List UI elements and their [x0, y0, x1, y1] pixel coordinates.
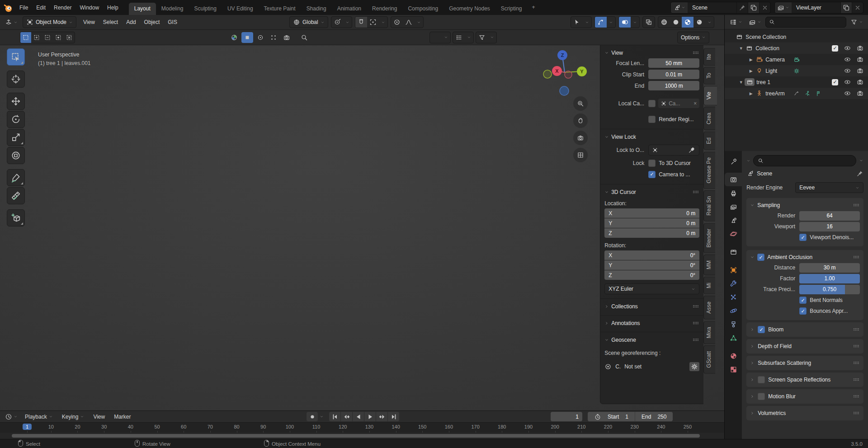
- axis-neg-z-ball[interactable]: [560, 86, 569, 95]
- lock-3d-cursor-checkbox[interactable]: [648, 160, 656, 167]
- render-engine-dropdown[interactable]: Eevee: [795, 182, 863, 193]
- end-frame-field[interactable]: End250: [635, 412, 673, 421]
- hide-eye-icon[interactable]: [844, 45, 851, 52]
- workspace-tab-animation[interactable]: Animation: [332, 3, 367, 15]
- pin-icon[interactable]: [736, 2, 748, 13]
- timeline-scrollbar[interactable]: [0, 433, 724, 439]
- view-field-0[interactable]: 50 mm: [648, 58, 699, 68]
- workspace-tab-compositing[interactable]: Compositing: [402, 3, 443, 15]
- jump-to-start-button[interactable]: [329, 412, 340, 421]
- flag-icon[interactable]: [815, 90, 821, 97]
- sampling-render-field[interactable]: 64: [799, 211, 860, 221]
- object-visibility-dropdown[interactable]: [571, 16, 592, 28]
- select-mode-intersect[interactable]: [64, 32, 75, 43]
- camera-to-view-checkbox[interactable]: [648, 171, 656, 178]
- hide-eye-icon[interactable]: [844, 90, 851, 97]
- tool-list-dropdown[interactable]: [453, 32, 474, 43]
- select-mode-extend[interactable]: [31, 32, 42, 43]
- exclude-checkbox[interactable]: ✓: [832, 45, 838, 52]
- mode-dropdown[interactable]: Object Mode: [23, 16, 76, 28]
- hide-eye-icon[interactable]: [844, 79, 851, 85]
- grip-icon[interactable]: [853, 326, 860, 333]
- close-icon[interactable]: [759, 2, 770, 13]
- sidebar-tab-real-sn[interactable]: Real Sn: [703, 190, 715, 222]
- gis-points-button[interactable]: [268, 32, 279, 43]
- workspace-tab-sculpting[interactable]: Sculpting: [189, 3, 222, 15]
- snap-toggle-magnet-icon[interactable]: [355, 17, 367, 28]
- expander-icon[interactable]: ▶: [747, 91, 755, 96]
- exclude-checkbox[interactable]: ✓: [832, 79, 838, 85]
- grip-icon[interactable]: [692, 336, 699, 344]
- outliner-display-mode-dropdown[interactable]: [727, 17, 745, 28]
- viewport-denoising-checkbox[interactable]: [799, 234, 807, 241]
- grip-icon[interactable]: [853, 254, 860, 261]
- cursor-location-x-field[interactable]: X0 m: [604, 208, 699, 218]
- move-tool[interactable]: [7, 93, 25, 110]
- topbar-menu-file[interactable]: File: [15, 3, 32, 13]
- grip-icon[interactable]: [853, 393, 860, 400]
- disable-render-camera-icon[interactable]: [857, 45, 863, 52]
- workspace-tab-uv-editing[interactable]: UV Editing: [222, 3, 259, 15]
- grip-icon[interactable]: [692, 49, 699, 57]
- gis-camera-button[interactable]: [281, 32, 292, 43]
- lock-to-object-field[interactable]: [648, 145, 699, 156]
- panel-checkbox[interactable]: [758, 393, 765, 400]
- view-field-2[interactable]: 1000 m: [648, 81, 699, 90]
- viewlayer-name-field[interactable]: ViewLayer: [792, 5, 840, 11]
- shading-wireframe-button[interactable]: [658, 17, 670, 28]
- properties-tab-physics[interactable]: [725, 304, 742, 317]
- view-field-1[interactable]: 0.01 m: [648, 70, 699, 79]
- new-scene-button[interactable]: [748, 2, 759, 13]
- transform-orientation-dropdown[interactable]: Global: [289, 16, 328, 28]
- sidebar-tab-asse[interactable]: Asse: [703, 296, 715, 320]
- view-section-header[interactable]: View: [604, 48, 699, 57]
- add-cube-tool[interactable]: [7, 209, 25, 226]
- prev-keyframe-button[interactable]: [341, 412, 352, 421]
- cursor-rotation-y-field[interactable]: Y0°: [604, 260, 699, 270]
- render-region-checkbox[interactable]: [648, 116, 656, 123]
- viewport-menu-add[interactable]: Add: [122, 17, 140, 28]
- viewport-menu-object[interactable]: Object: [140, 17, 164, 28]
- current-frame-badge[interactable]: 1: [23, 424, 32, 430]
- shading-material-button[interactable]: [682, 17, 693, 28]
- sidebar-tab-vie[interactable]: Vie: [703, 86, 717, 105]
- cursor-rotation-x-field[interactable]: X0°: [604, 250, 699, 260]
- properties-tab-collection[interactable]: [725, 245, 742, 259]
- sidebar-tab-mi[interactable]: Mi: [703, 277, 715, 294]
- properties-tab-constraints[interactable]: [725, 317, 742, 331]
- hide-eye-icon[interactable]: [844, 67, 851, 74]
- snap-to-icon[interactable]: [367, 17, 379, 28]
- editor-type-button[interactable]: [3, 17, 20, 28]
- tool-search-button[interactable]: [298, 32, 310, 43]
- falloff-curve-icon[interactable]: [403, 17, 415, 28]
- gis-ring-button[interactable]: [255, 32, 266, 43]
- camera-view-button[interactable]: [573, 131, 588, 145]
- topbar-menu-help[interactable]: Help: [103, 3, 123, 13]
- geoscene-header[interactable]: Geoscene: [604, 335, 699, 344]
- sidebar-tab-crea[interactable]: Crea: [703, 107, 715, 130]
- panel-bloom[interactable]: Bloom: [746, 322, 863, 337]
- sidebar-tab-mm[interactable]: MM: [703, 255, 715, 275]
- grip-icon[interactable]: [853, 343, 860, 350]
- timeline-menu-marker[interactable]: Marker: [110, 411, 135, 422]
- disable-render-camera-icon[interactable]: [857, 79, 863, 85]
- show-overlays-toggle[interactable]: [618, 16, 640, 28]
- grip-icon[interactable]: [692, 189, 699, 196]
- chevron-down-icon[interactable]: [379, 17, 387, 28]
- properties-tab-data[interactable]: [725, 331, 742, 344]
- properties-tab-view-layer[interactable]: [725, 200, 742, 213]
- rotation-mode-dropdown[interactable]: XYZ Euler: [604, 283, 699, 294]
- sidebar-tab-gscatt[interactable]: GScatt: [703, 345, 715, 374]
- outliner-row-scene-collection[interactable]: Scene Collection: [725, 31, 868, 42]
- shading-rendered-button[interactable]: [693, 17, 705, 28]
- disable-render-camera-icon[interactable]: [857, 90, 863, 97]
- workspace-tab-geometry-nodes[interactable]: Geometry Nodes: [443, 3, 495, 15]
- shading-solid-button[interactable]: [670, 17, 682, 28]
- play-button[interactable]: [364, 412, 376, 421]
- select-mode-subtract[interactable]: [42, 32, 53, 43]
- filter-dropdown-icon[interactable]: [859, 158, 863, 163]
- sidebar-tab-grease-pe[interactable]: Grease Pe: [703, 151, 715, 189]
- select-box-tool[interactable]: [7, 48, 25, 66]
- sidebar-tab-ite[interactable]: Ite: [703, 48, 715, 66]
- properties-tab-object[interactable]: [725, 263, 742, 277]
